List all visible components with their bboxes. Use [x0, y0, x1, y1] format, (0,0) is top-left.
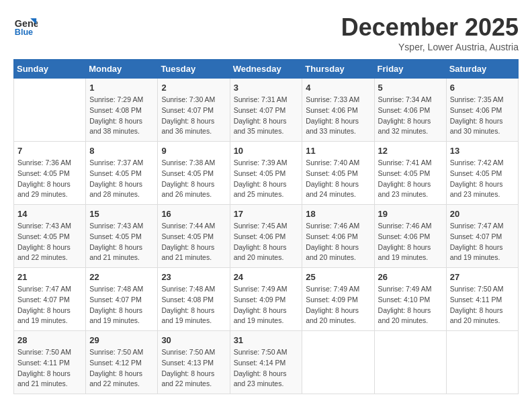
calendar-cell: 8Sunrise: 7:37 AMSunset: 4:05 PMDaylight… [86, 142, 158, 205]
day-info: Sunrise: 7:48 AMSunset: 4:07 PMDaylight:… [89, 284, 154, 326]
day-number: 7 [17, 146, 82, 156]
day-info: Sunrise: 7:39 AMSunset: 4:05 PMDaylight:… [234, 158, 299, 200]
day-number: 26 [378, 272, 443, 282]
day-number: 20 [450, 209, 515, 219]
day-number: 18 [306, 209, 370, 219]
day-info: Sunrise: 7:37 AMSunset: 4:05 PMDaylight:… [89, 158, 154, 200]
calendar-cell: 27Sunrise: 7:50 AMSunset: 4:11 PMDayligh… [446, 268, 518, 331]
day-info: Sunrise: 7:49 AMSunset: 4:10 PMDaylight:… [378, 284, 443, 326]
calendar-cell: 13Sunrise: 7:42 AMSunset: 4:05 PMDayligh… [446, 142, 518, 205]
calendar-cell: 12Sunrise: 7:41 AMSunset: 4:05 PMDayligh… [374, 142, 446, 205]
day-number: 25 [306, 272, 370, 282]
calendar-cell: 26Sunrise: 7:49 AMSunset: 4:10 PMDayligh… [374, 268, 446, 331]
calendar-cell: 11Sunrise: 7:40 AMSunset: 4:05 PMDayligh… [302, 142, 374, 205]
calendar-cell: 23Sunrise: 7:48 AMSunset: 4:08 PMDayligh… [158, 268, 230, 331]
calendar-cell: 24Sunrise: 7:49 AMSunset: 4:09 PMDayligh… [230, 268, 302, 331]
calendar-body: 1Sunrise: 7:29 AMSunset: 4:08 PMDaylight… [14, 79, 519, 394]
day-info: Sunrise: 7:46 AMSunset: 4:06 PMDaylight:… [378, 221, 443, 263]
calendar-cell: 16Sunrise: 7:44 AMSunset: 4:05 PMDayligh… [158, 205, 230, 268]
location: Ysper, Lower Austria, Austria [341, 42, 519, 52]
day-info: Sunrise: 7:35 AMSunset: 4:06 PMDaylight:… [450, 95, 515, 137]
calendar-cell: 25Sunrise: 7:49 AMSunset: 4:09 PMDayligh… [302, 268, 374, 331]
day-info: Sunrise: 7:43 AMSunset: 4:05 PMDaylight:… [17, 221, 82, 263]
calendar-cell [374, 331, 446, 394]
weekday-header-wednesday: Wednesday [230, 60, 302, 79]
day-number: 8 [89, 146, 154, 156]
calendar-cell: 1Sunrise: 7:29 AMSunset: 4:08 PMDaylight… [86, 79, 158, 142]
day-number: 3 [234, 83, 299, 93]
calendar-cell [446, 331, 518, 394]
calendar-header-row: SundayMondayTuesdayWednesdayThursdayFrid… [14, 60, 519, 79]
day-number: 10 [234, 146, 299, 156]
calendar-cell [302, 331, 374, 394]
logo-icon: General Blue [13, 13, 38, 38]
logo: General Blue [13, 13, 38, 38]
day-info: Sunrise: 7:49 AMSunset: 4:09 PMDaylight:… [234, 284, 299, 326]
day-number: 30 [161, 335, 226, 345]
day-number: 27 [450, 272, 515, 282]
day-number: 2 [161, 83, 226, 93]
day-info: Sunrise: 7:41 AMSunset: 4:05 PMDaylight:… [378, 158, 443, 200]
day-info: Sunrise: 7:36 AMSunset: 4:05 PMDaylight:… [17, 158, 82, 200]
calendar-cell: 17Sunrise: 7:45 AMSunset: 4:06 PMDayligh… [230, 205, 302, 268]
day-info: Sunrise: 7:42 AMSunset: 4:05 PMDaylight:… [450, 158, 515, 200]
weekday-header-tuesday: Tuesday [158, 60, 230, 79]
day-info: Sunrise: 7:50 AMSunset: 4:13 PMDaylight:… [161, 347, 226, 390]
day-info: Sunrise: 7:50 AMSunset: 4:11 PMDaylight:… [17, 347, 82, 390]
day-info: Sunrise: 7:29 AMSunset: 4:08 PMDaylight:… [89, 95, 154, 137]
weekday-header-sunday: Sunday [14, 60, 86, 79]
day-number: 17 [234, 209, 299, 219]
calendar-cell: 20Sunrise: 7:47 AMSunset: 4:07 PMDayligh… [446, 205, 518, 268]
day-number: 11 [306, 146, 370, 156]
day-number: 28 [17, 335, 82, 345]
day-number: 6 [450, 83, 515, 93]
calendar-cell: 6Sunrise: 7:35 AMSunset: 4:06 PMDaylight… [446, 79, 518, 142]
calendar-week-row: 21Sunrise: 7:47 AMSunset: 4:07 PMDayligh… [14, 268, 519, 331]
day-number: 22 [89, 272, 154, 282]
day-number: 16 [161, 209, 226, 219]
calendar-week-row: 7Sunrise: 7:36 AMSunset: 4:05 PMDaylight… [14, 142, 519, 205]
calendar-cell: 4Sunrise: 7:33 AMSunset: 4:06 PMDaylight… [302, 79, 374, 142]
day-number: 24 [234, 272, 299, 282]
day-info: Sunrise: 7:40 AMSunset: 4:05 PMDaylight:… [306, 158, 370, 200]
weekday-header-saturday: Saturday [446, 60, 518, 79]
calendar-cell: 10Sunrise: 7:39 AMSunset: 4:05 PMDayligh… [230, 142, 302, 205]
calendar-week-row: 28Sunrise: 7:50 AMSunset: 4:11 PMDayligh… [14, 331, 519, 394]
calendar-cell: 14Sunrise: 7:43 AMSunset: 4:05 PMDayligh… [14, 205, 86, 268]
weekday-header-friday: Friday [374, 60, 446, 79]
day-number: 5 [378, 83, 443, 93]
day-info: Sunrise: 7:43 AMSunset: 4:05 PMDaylight:… [89, 221, 154, 263]
day-info: Sunrise: 7:45 AMSunset: 4:06 PMDaylight:… [234, 221, 299, 263]
day-info: Sunrise: 7:46 AMSunset: 4:06 PMDaylight:… [306, 221, 370, 263]
day-number: 23 [161, 272, 226, 282]
day-info: Sunrise: 7:44 AMSunset: 4:05 PMDaylight:… [161, 221, 226, 263]
day-number: 14 [17, 209, 82, 219]
calendar-cell: 30Sunrise: 7:50 AMSunset: 4:13 PMDayligh… [158, 331, 230, 394]
day-number: 21 [17, 272, 82, 282]
calendar-cell: 18Sunrise: 7:46 AMSunset: 4:06 PMDayligh… [302, 205, 374, 268]
day-number: 9 [161, 146, 226, 156]
day-number: 13 [450, 146, 515, 156]
calendar-cell: 7Sunrise: 7:36 AMSunset: 4:05 PMDaylight… [14, 142, 86, 205]
calendar-cell: 9Sunrise: 7:38 AMSunset: 4:05 PMDaylight… [158, 142, 230, 205]
day-info: Sunrise: 7:47 AMSunset: 4:07 PMDaylight:… [450, 221, 515, 263]
day-info: Sunrise: 7:34 AMSunset: 4:06 PMDaylight:… [378, 95, 443, 137]
day-number: 19 [378, 209, 443, 219]
day-number: 15 [89, 209, 154, 219]
svg-text:Blue: Blue [15, 28, 33, 37]
calendar-cell: 15Sunrise: 7:43 AMSunset: 4:05 PMDayligh… [86, 205, 158, 268]
calendar-cell: 3Sunrise: 7:31 AMSunset: 4:07 PMDaylight… [230, 79, 302, 142]
weekday-header-thursday: Thursday [302, 60, 374, 79]
calendar-cell: 31Sunrise: 7:50 AMSunset: 4:14 PMDayligh… [230, 331, 302, 394]
calendar-cell: 22Sunrise: 7:48 AMSunset: 4:07 PMDayligh… [86, 268, 158, 331]
calendar-cell: 28Sunrise: 7:50 AMSunset: 4:11 PMDayligh… [14, 331, 86, 394]
day-info: Sunrise: 7:50 AMSunset: 4:12 PMDaylight:… [89, 347, 154, 390]
calendar-cell: 29Sunrise: 7:50 AMSunset: 4:12 PMDayligh… [86, 331, 158, 394]
day-number: 4 [306, 83, 370, 93]
title-area: December 2025 Ysper, Lower Austria, Aust… [341, 13, 519, 52]
day-number: 1 [89, 83, 154, 93]
month-title: December 2025 [341, 13, 519, 42]
day-info: Sunrise: 7:50 AMSunset: 4:14 PMDaylight:… [234, 347, 299, 390]
day-number: 29 [89, 335, 154, 345]
day-info: Sunrise: 7:33 AMSunset: 4:06 PMDaylight:… [306, 95, 370, 137]
